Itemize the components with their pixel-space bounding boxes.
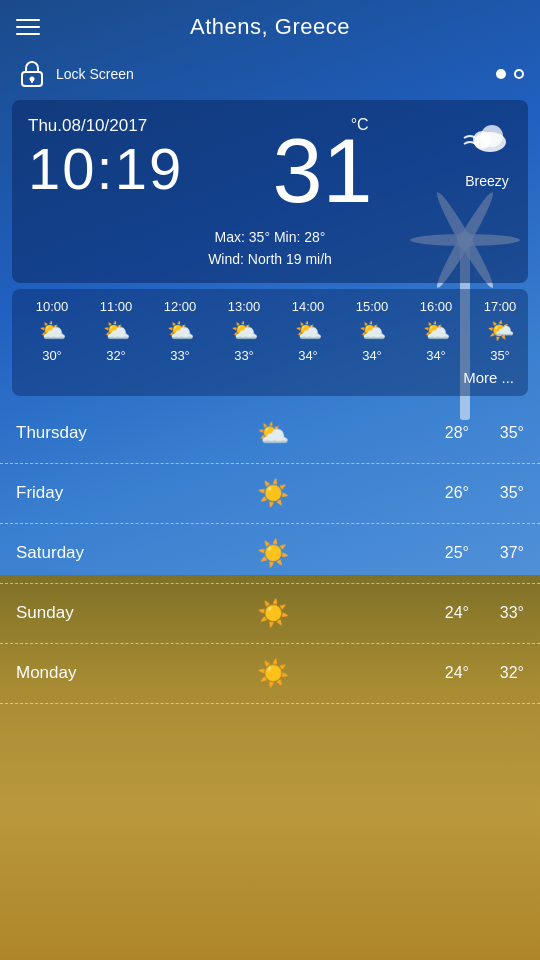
lock-screen-label[interactable]: Lock Screen — [56, 66, 134, 82]
daily-row: Sunday ☀️ 24° 33° — [0, 584, 540, 644]
weather-card: Thu.08/10/2017 10:19 °C 31 — [12, 100, 528, 283]
svg-rect-7 — [31, 79, 33, 83]
weather-details: Max: 35° Min: 28° Wind: North 19 mi/h — [28, 226, 512, 271]
daily-row: Thursday ⛅ 28° 35° — [0, 404, 540, 464]
current-time: 10:19 — [28, 140, 183, 198]
daily-row: Monday ☀️ 24° 32° — [0, 644, 540, 704]
dot-1[interactable] — [496, 69, 506, 79]
hourly-section: 10:00 ⛅ 30° 11:00 ⛅ 32° 12:00 ⛅ 33° 13:0… — [12, 289, 528, 396]
page-dots — [496, 69, 524, 79]
lock-icon — [16, 58, 48, 90]
hourly-scroll: 10:00 ⛅ 30° 11:00 ⛅ 32° 12:00 ⛅ 33° 13:0… — [12, 299, 528, 363]
lock-screen-row: Lock Screen — [0, 54, 540, 100]
hourly-item: 12:00 ⛅ 33° — [148, 299, 212, 363]
current-date: Thu.08/10/2017 — [28, 116, 183, 136]
max-min-detail: Max: 35° Min: 28° — [28, 226, 512, 248]
hourly-item: 16:00 ⛅ 34° — [404, 299, 468, 363]
hourly-item: 15:00 ⛅ 34° — [340, 299, 404, 363]
condition-icon — [462, 120, 512, 169]
condition-text: Breezy — [465, 173, 509, 189]
hourly-item: 10:00 ⛅ 30° — [20, 299, 84, 363]
svg-point-10 — [481, 125, 503, 147]
current-temp: 31 — [273, 126, 373, 216]
dot-2[interactable] — [514, 69, 524, 79]
more-button[interactable]: More ... — [12, 363, 528, 388]
wind-detail: Wind: North 19 mi/h — [28, 248, 512, 270]
hourly-item: 14:00 ⛅ 34° — [276, 299, 340, 363]
city-name: Athens, Greece — [190, 14, 350, 40]
daily-section: Thursday ⛅ 28° 35° Friday ☀️ 26° 35° Sat… — [0, 404, 540, 704]
hourly-item: 11:00 ⛅ 32° — [84, 299, 148, 363]
daily-row: Friday ☀️ 26° 35° — [0, 464, 540, 524]
daily-row: Saturday ☀️ 25° 37° — [0, 524, 540, 584]
hourly-item: 17:00 🌤️ 35° — [468, 299, 528, 363]
top-bar: Athens, Greece — [0, 0, 540, 54]
hourly-item: 13:00 ⛅ 33° — [212, 299, 276, 363]
menu-button[interactable] — [16, 19, 40, 35]
